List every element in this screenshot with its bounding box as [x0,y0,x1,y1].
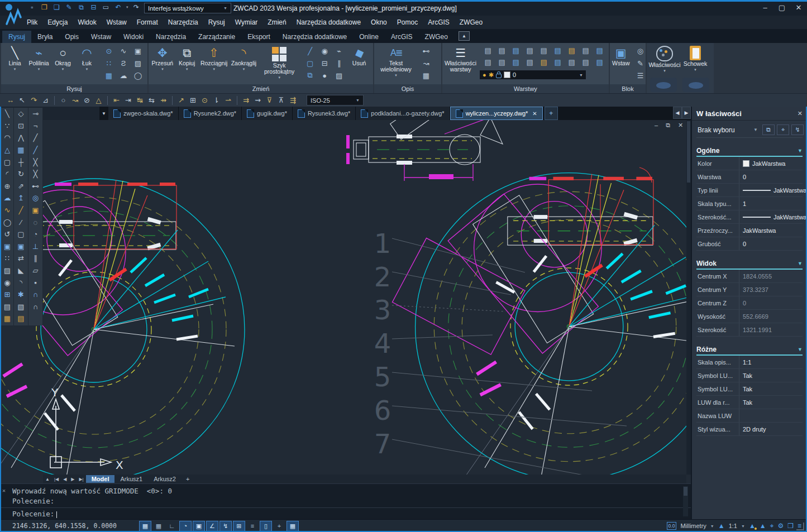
maximize-button[interactable]: ▢ [778,3,786,12]
ribbon-tool-icon[interactable]: ⧉ [303,69,317,82]
layer-properties-button[interactable]: ☰ Właściwości warstwy [445,45,476,73]
resize-grip[interactable] [796,523,804,530]
ribbon-group-label[interactable]: Blok [610,84,646,93]
gear-icon[interactable]: ⚙ [777,522,784,530]
snap-tool-icon[interactable]: ▱ [33,265,39,277]
ribbon-group-label[interactable]: Warstwy [442,84,609,93]
selection-dropdown[interactable]: Brak wyboru ▼ [695,125,760,135]
draw-tool-icon[interactable]: ↺ [4,228,11,241]
ribbon-tab[interactable]: Wstaw [85,31,117,43]
property-value[interactable]: Tak [739,369,803,382]
modify-tool-icon[interactable]: ⇗ [18,180,24,193]
modify-tool-icon[interactable]: ⊡ [18,120,24,132]
grid-display-toggle[interactable]: ▦ [152,521,165,531]
snap-tool-icon[interactable]: ▣ [32,204,39,217]
property-value[interactable]: Tak [739,382,803,395]
snap-tool-icon[interactable]: ∩ [33,301,38,313]
snap-tool-icon[interactable]: ∥ [34,252,37,265]
layer-tool-icon[interactable]: ▤ [523,45,537,56]
modify-tool-icon[interactable]: ↻ [18,168,24,180]
snap-tool-icon[interactable]: ◔ [34,228,38,241]
dimension-tool-icon[interactable]: ⇶ [287,96,299,104]
angle-snap-toggle[interactable]: ∠ [206,521,218,531]
property-row[interactable]: Symbol LU...Tak [696,369,803,382]
layout-tab[interactable]: Arkusz2 [148,475,182,483]
object-snap-tracking-toggle[interactable]: ↯ [219,521,232,531]
modify-tool-icon[interactable]: ▢ [17,228,24,241]
close-button[interactable]: ✕ [795,3,803,12]
modify-tool-icon[interactable]: ↥ [18,192,24,204]
property-value[interactable]: 1321.1991 [739,323,803,336]
ortho-mode-toggle[interactable]: ∟ [166,521,178,531]
menu-item[interactable]: Narzędzia dodatkowe [297,18,361,26]
layer-tool-icon[interactable]: ▤ [509,45,523,56]
ribbon-tool-icon[interactable]: ▦ [419,69,433,82]
dimension-tool-icon[interactable]: ⊘ [81,96,93,104]
ribbon-tab[interactable]: Bryła [31,31,59,43]
draw-tool-icon[interactable]: ⊕ [4,180,11,193]
snap-tool-icon[interactable]: ⊸ [32,108,39,120]
property-row[interactable]: Szerokość...JakWarstwa [696,210,803,224]
layer-tool-icon[interactable]: ▤ [579,45,593,56]
snap-tool-icon[interactable]: ¬ [34,120,38,132]
move-button[interactable]: ✥ Przesuń ▾ [151,45,174,71]
snap-tool-icon[interactable]: ╳ [34,168,38,180]
minimize-button[interactable]: – [761,3,769,12]
dimension-tool-icon[interactable]: ⇸ [157,96,169,104]
property-value[interactable]: 0 [739,170,803,183]
draw-tool-icon[interactable]: ∵ [5,120,9,132]
layer-tool-icon[interactable]: ▤ [537,45,551,56]
layer-tool-icon[interactable]: ▤ [537,56,551,68]
ribbon-tool-icon[interactable]: ☁ [116,69,131,82]
close-icon[interactable]: ✕ [798,110,803,117]
ribbon-tool-icon[interactable]: ☰ [633,69,648,82]
draw-tool-icon[interactable]: ◯ [3,216,12,228]
preview-icon[interactable]: ▭ [102,3,110,11]
property-value[interactable]: JakWarstwa [739,184,807,196]
modify-tool-icon[interactable]: ▣ [17,241,24,253]
copy-button[interactable]: ⧉ Kopiuj ▾ [175,45,199,71]
selection-cycling-icon[interactable]: ⌖ [770,522,774,530]
open-folder-icon[interactable]: ❐ [40,3,49,11]
ribbon-tool-icon[interactable]: ╱ [303,45,317,57]
property-value[interactable]: 373.3237 [739,283,803,296]
ribbon-tool-icon[interactable]: ⊷ [419,45,433,57]
property-row[interactable]: Nazwa LUW [696,409,803,423]
save-icon[interactable]: ❏ [52,3,61,11]
ribbon-tool-icon[interactable]: ● [317,69,332,82]
layout-tab[interactable]: Model [86,475,115,483]
property-row[interactable]: Warstwa0 [696,170,803,184]
close-icon[interactable]: ✕ [2,487,6,493]
property-row[interactable]: Wysokość552.6669 [696,310,803,323]
dimension-tool-icon[interactable]: ⇆ [146,96,157,104]
dimension-tool-icon[interactable]: ⇉ [240,96,252,104]
modify-tool-icon[interactable]: ◇ [18,108,24,120]
command-prompt[interactable]: Polecenie: [12,509,691,519]
layout-nav-icon[interactable]: ▲ [43,477,52,482]
ribbon-tab[interactable]: Narzędzia [150,31,192,43]
layout-nav-icon[interactable]: |◀ [52,477,61,482]
snap-tool-icon[interactable]: ╱ [34,132,38,144]
toggle-pickadd-button[interactable]: ↯ [791,124,804,135]
ribbon-tool-icon[interactable]: Ƨ [116,57,131,69]
annotation-monitor-toggle[interactable]: ▦ [286,521,299,531]
quick-select-button[interactable]: ⧉ [762,124,775,135]
ribbon-group-label[interactable]: Zmień [149,84,373,93]
modify-tool-icon[interactable]: ⁄ [20,216,21,228]
property-row[interactable]: LUW dla r...Tak [696,396,803,409]
draw-tool-icon[interactable]: ⊞ [4,289,11,301]
ribbon-tab[interactable]: Opis [59,31,85,43]
draw-tool-icon[interactable]: △ [4,144,10,156]
select-objects-button[interactable]: ⌖ [777,124,789,135]
dimension-tool-icon[interactable]: ⇤ [111,96,122,104]
property-row[interactable]: Szerokość1321.1991 [696,323,803,337]
modify-tool-icon[interactable]: ╱ [19,204,23,217]
object-snap-toggle[interactable]: ▣ [193,521,205,531]
section-header[interactable]: Ogólne▼ [696,147,803,157]
draw-tool-icon[interactable]: ▢ [4,156,11,168]
snap-tool-icon[interactable]: ╳ [34,156,38,168]
ribbon-tool-icon[interactable]: ⊟ [317,57,332,69]
ribbon-tool-icon[interactable]: ◎ [633,45,648,57]
draw-tool-icon[interactable]: ▤ [4,301,11,313]
layer-tool-icon[interactable]: ▤ [579,56,593,68]
